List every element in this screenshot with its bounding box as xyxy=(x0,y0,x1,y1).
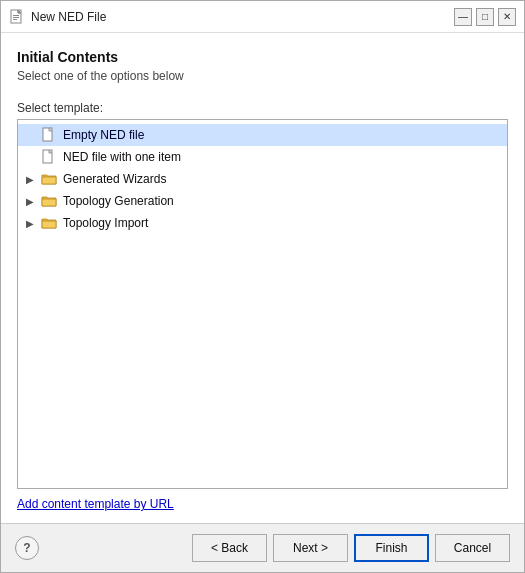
template-item-label: Topology Import xyxy=(63,216,148,230)
dialog-header: Initial Contents Select one of the optio… xyxy=(17,49,508,83)
dialog-footer: ? < Back Next > Finish Cancel xyxy=(1,523,524,572)
template-item-empty-ned[interactable]: Empty NED file xyxy=(18,124,507,146)
template-item-ned-one[interactable]: NED file with one item xyxy=(18,146,507,168)
main-window: New NED File — □ ✕ Initial Contents Sele… xyxy=(0,0,525,573)
svg-rect-5 xyxy=(13,17,19,18)
template-item-label: Empty NED file xyxy=(63,128,144,142)
svg-rect-6 xyxy=(13,19,17,20)
expand-arrow-icon: ▶ xyxy=(26,218,40,229)
dialog-title: Initial Contents xyxy=(17,49,508,65)
template-item-label: NED file with one item xyxy=(63,150,181,164)
folder-icon xyxy=(40,171,58,187)
folder-icon xyxy=(40,193,58,209)
back-button[interactable]: < Back xyxy=(192,534,267,562)
expand-placeholder xyxy=(26,130,40,141)
expand-arrow-icon: ▶ xyxy=(26,174,40,185)
help-button[interactable]: ? xyxy=(15,536,39,560)
window-icon xyxy=(9,9,25,25)
template-list[interactable]: Empty NED file NED file with one item xyxy=(17,119,508,489)
template-label: Select template: xyxy=(17,101,508,115)
close-button[interactable]: ✕ xyxy=(498,8,516,26)
cancel-button[interactable]: Cancel xyxy=(435,534,510,562)
svg-rect-4 xyxy=(13,15,19,16)
dialog-body: Initial Contents Select one of the optio… xyxy=(1,33,524,523)
window-title: New NED File xyxy=(31,10,454,24)
minimize-button[interactable]: — xyxy=(454,8,472,26)
template-section: Select template: Empty NED file xyxy=(17,101,508,511)
footer-left: ? xyxy=(15,536,39,560)
footer-buttons: < Back Next > Finish Cancel xyxy=(192,534,510,562)
dialog-subtitle: Select one of the options below xyxy=(17,69,508,83)
template-item-label: Generated Wizards xyxy=(63,172,166,186)
maximize-button[interactable]: □ xyxy=(476,8,494,26)
window-controls: — □ ✕ xyxy=(454,8,516,26)
title-bar: New NED File — □ ✕ xyxy=(1,1,524,33)
file-icon xyxy=(40,149,58,165)
file-icon xyxy=(40,127,58,143)
next-button[interactable]: Next > xyxy=(273,534,348,562)
folder-icon xyxy=(40,215,58,231)
template-item-topology-generation[interactable]: ▶ Topology Generation xyxy=(18,190,507,212)
expand-placeholder xyxy=(26,152,40,163)
finish-button[interactable]: Finish xyxy=(354,534,429,562)
template-item-label: Topology Generation xyxy=(63,194,174,208)
expand-arrow-icon: ▶ xyxy=(26,196,40,207)
add-template-link[interactable]: Add content template by URL xyxy=(17,497,508,511)
template-item-generated-wizards[interactable]: ▶ Generated Wizards xyxy=(18,168,507,190)
template-item-topology-import[interactable]: ▶ Topology Import xyxy=(18,212,507,234)
